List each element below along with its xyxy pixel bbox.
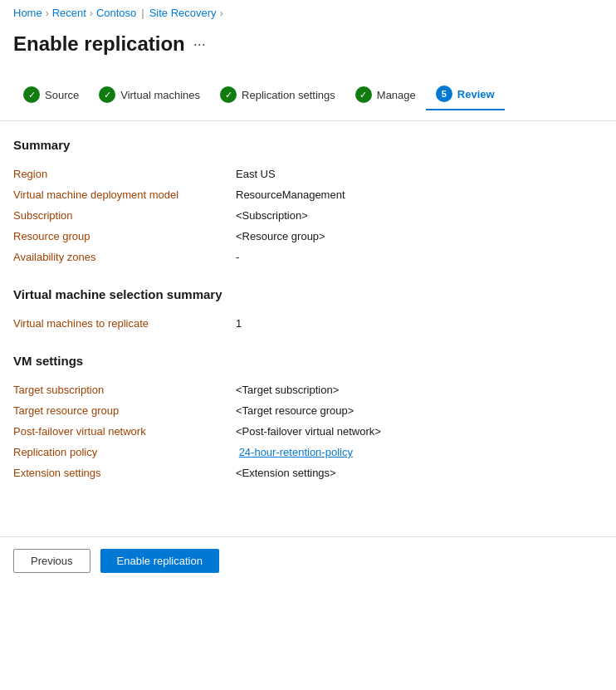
label-availability-zones: Availability zones: [13, 247, 229, 267]
value-vms-to-replicate: 1: [229, 313, 603, 334]
vm-selection-table: Virtual machines to replicate 1: [13, 313, 603, 334]
vm-settings-title: VM settings: [13, 354, 603, 368]
footer: Previous Enable replication: [0, 537, 616, 585]
label-resource-group: Resource group: [13, 226, 229, 247]
ellipsis-icon[interactable]: ···: [193, 36, 206, 53]
step-label-replication: Replication settings: [242, 89, 335, 101]
summary-title: Summary: [13, 138, 603, 152]
step-virtual-machines[interactable]: ✓ Virtual machines: [89, 80, 210, 110]
summary-table: Region East US Virtual machine deploymen…: [13, 164, 603, 267]
breadcrumb: Home › Recent › Contoso | Site Recovery …: [0, 0, 616, 26]
breadcrumb-contoso[interactable]: Contoso: [96, 7, 136, 19]
step-label-source: Source: [45, 89, 79, 101]
label-region: Region: [13, 164, 229, 184]
step-label-review: Review: [457, 88, 495, 100]
step-number-review: 5: [436, 86, 452, 102]
label-post-failover-vnet: Post-failover virtual network: [13, 421, 229, 442]
step-check-manage: ✓: [355, 86, 372, 103]
steps-bar: ✓ Source ✓ Virtual machines ✓ Replicatio…: [0, 69, 616, 121]
value-region: East US: [229, 164, 603, 184]
vm-settings-table: Target subscription <Target subscription…: [13, 379, 603, 483]
label-vms-to-replicate: Virtual machines to replicate: [13, 313, 229, 334]
enable-replication-button[interactable]: Enable replication: [100, 549, 219, 573]
vm-selection-title: Virtual machine selection summary: [13, 287, 603, 301]
page-title: Enable replication: [13, 32, 185, 56]
vm-selection-section: Virtual machine selection summary Virtua…: [13, 287, 603, 334]
breadcrumb-home[interactable]: Home: [13, 7, 42, 19]
step-label-manage: Manage: [377, 89, 416, 101]
step-label-vms: Virtual machines: [120, 89, 200, 101]
step-review[interactable]: 5 Review: [426, 79, 505, 110]
step-manage[interactable]: ✓ Manage: [345, 80, 426, 110]
vm-settings-section: VM settings Target subscription <Target …: [13, 354, 603, 483]
label-target-resource-group: Target resource group: [13, 400, 229, 421]
content-area: Summary Region East US Virtual machine d…: [0, 121, 616, 520]
value-target-subscription: <Target subscription>: [229, 379, 603, 400]
label-subscription: Subscription: [13, 205, 229, 226]
value-post-failover-vnet: <Post-failover virtual network>: [229, 421, 603, 442]
breadcrumb-site-recovery[interactable]: Site Recovery: [149, 7, 217, 19]
label-extension-settings: Extension settings: [13, 462, 229, 483]
step-check-replication: ✓: [220, 86, 237, 103]
breadcrumb-recent[interactable]: Recent: [52, 7, 86, 19]
value-target-resource-group: <Target resource group>: [229, 400, 603, 421]
breadcrumb-sep-2: ›: [90, 7, 93, 19]
label-deployment-model: Virtual machine deployment model: [13, 184, 229, 205]
summary-section: Summary Region East US Virtual machine d…: [13, 138, 603, 267]
step-replication-settings[interactable]: ✓ Replication settings: [210, 80, 345, 110]
step-source[interactable]: ✓ Source: [13, 80, 89, 110]
breadcrumb-sep-3: ›: [220, 7, 223, 19]
breadcrumb-sep-1: ›: [46, 7, 49, 19]
page-header: Enable replication ···: [0, 26, 616, 69]
value-resource-group: <Resource group>: [229, 226, 603, 247]
value-replication-policy: 24-hour-retention-policy: [229, 442, 603, 462]
label-target-subscription: Target subscription: [13, 379, 229, 400]
value-deployment-model: ResourceManagement: [229, 184, 603, 205]
value-extension-settings: <Extension settings>: [229, 462, 603, 483]
label-replication-policy: Replication policy: [13, 442, 229, 462]
value-subscription: <Subscription>: [229, 205, 603, 226]
value-availability-zones: -: [229, 247, 603, 267]
previous-button[interactable]: Previous: [13, 549, 90, 573]
replication-policy-link[interactable]: 24-hour-retention-policy: [239, 446, 353, 458]
step-check-source: ✓: [23, 86, 40, 103]
step-check-vms: ✓: [99, 86, 115, 103]
